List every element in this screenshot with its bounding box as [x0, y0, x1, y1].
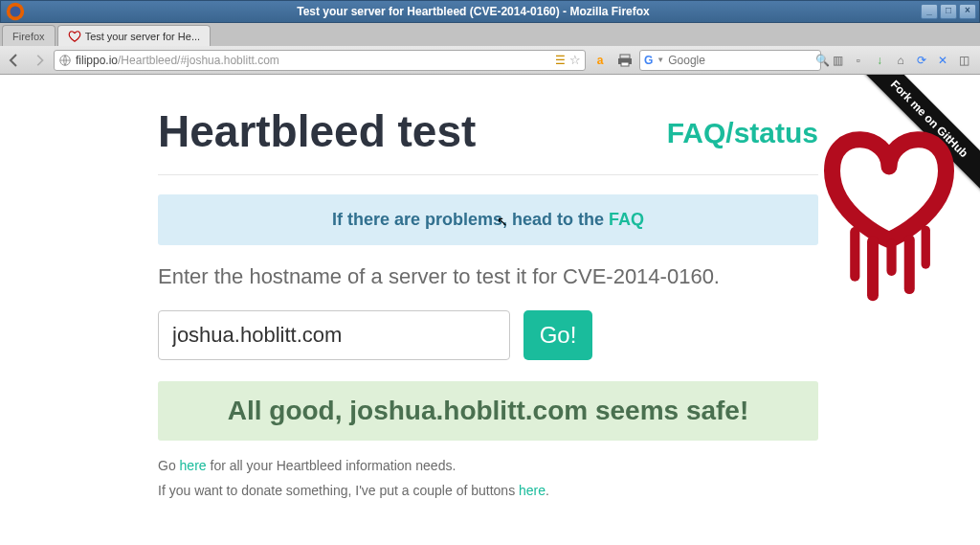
star-bookmark-icon[interactable]: ☆ [569, 53, 581, 67]
svg-rect-5 [621, 62, 629, 66]
faq-status-link[interactable]: FAQ/status [667, 117, 818, 149]
back-arrow-icon [7, 53, 22, 68]
page-title: Heartbleed test [158, 105, 476, 157]
window-title: Test your server for Heartbleed (CVE-201… [26, 5, 921, 18]
info-footnote-1: Go here for all your Heartbleed informat… [158, 458, 818, 473]
url-text: filippo.io/Heartbleed/#joshua.hoblitt.co… [76, 54, 551, 67]
stop-icon[interactable]: ✕ [934, 52, 951, 69]
nav-toolbar: filippo.io/Heartbleed/#joshua.hoblitt.co… [0, 46, 980, 75]
minimize-button[interactable]: _ [921, 4, 938, 19]
page-content: Fork me on GitHub Heartbleed test FAQ/st… [0, 75, 980, 545]
tab-label: Test your server for He... [85, 31, 200, 42]
info-footnote-2: If you want to donate something, I've pu… [158, 483, 818, 498]
heartbleed-favicon-icon [68, 30, 81, 43]
tab-firefox-menu[interactable]: Firefox [2, 25, 56, 46]
print-icon[interactable] [614, 50, 635, 71]
divider [158, 174, 818, 175]
globe-icon [58, 54, 72, 67]
url-bar[interactable]: filippo.io/Heartbleed/#joshua.hoblitt.co… [54, 50, 586, 71]
refresh-icon[interactable]: ⟳ [913, 52, 930, 69]
heartbleed-logo-icon [808, 118, 970, 306]
tab-heartbleed[interactable]: Test your server for He... [57, 25, 211, 46]
here-link-1[interactable]: here [180, 458, 207, 473]
svg-rect-3 [620, 55, 630, 58]
svg-point-1 [11, 7, 21, 17]
window-icon[interactable]: ▫ [850, 52, 867, 69]
google-icon: G [644, 54, 653, 67]
hostname-input[interactable] [158, 310, 510, 360]
downloads-icon[interactable]: ↓ [871, 52, 888, 69]
window-titlebar: Test your server for Heartbleed (CVE-201… [0, 0, 980, 23]
search-box[interactable]: G ▼ 🔍 [639, 50, 821, 71]
amazon-shortcut-icon[interactable]: a [590, 50, 611, 71]
clone-icon[interactable]: ◫ [955, 52, 972, 69]
printer-icon [617, 54, 633, 67]
library-icon[interactable]: ▥ [829, 52, 846, 69]
search-input[interactable] [668, 54, 812, 67]
tab-strip: Firefox Test your server for He... [0, 23, 980, 46]
forward-button[interactable] [29, 50, 50, 71]
result-alert: All good, joshua.hoblitt.com seems safe! [158, 381, 818, 441]
lead-text: Enter the hostname of a server to test i… [158, 264, 818, 289]
maximize-button[interactable]: □ [940, 4, 957, 19]
close-button[interactable]: × [959, 4, 976, 19]
back-button[interactable] [4, 50, 25, 71]
here-link-2[interactable]: here [519, 483, 546, 498]
home-icon[interactable]: ⌂ [892, 52, 909, 69]
faq-link[interactable]: FAQ [609, 210, 644, 229]
forward-arrow-icon [33, 54, 46, 67]
go-button[interactable]: Go! [523, 310, 592, 360]
firefox-icon [5, 1, 26, 22]
info-alert: If there are problems, head to the FAQ [158, 194, 818, 245]
rss-icon[interactable]: ☰ [555, 54, 566, 67]
dropdown-icon[interactable]: ▼ [657, 56, 664, 64]
tab-label: Firefox [12, 31, 45, 42]
